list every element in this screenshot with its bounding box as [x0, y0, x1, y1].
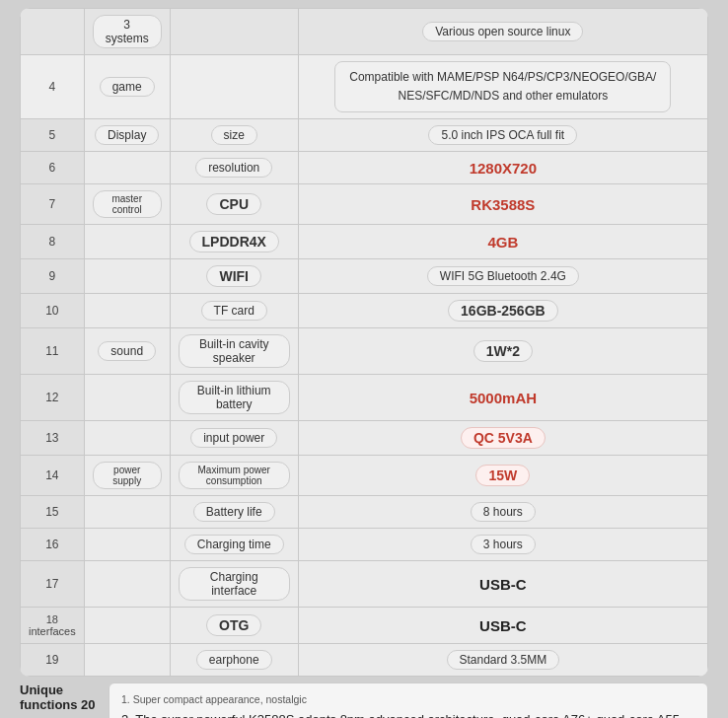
row-sub: Charging time: [170, 529, 298, 561]
row-sub: Charging interface: [170, 561, 298, 608]
row-val: USB-C: [298, 561, 707, 608]
subcategory-badge: CPU: [206, 193, 261, 215]
table-row: 17 Charging interface USB-C: [21, 561, 708, 608]
row-sub: [170, 9, 298, 55]
row-sub: LPDDR4X: [170, 225, 298, 259]
row-cat: [84, 294, 170, 328]
value-badge: Standard 3.5MM: [447, 650, 560, 670]
category-badge: Display: [95, 125, 159, 145]
row-val: RK3588S: [298, 184, 707, 225]
table-row: 6 resolution 1280X720: [21, 152, 708, 184]
row-cat: 3 systems: [84, 9, 170, 55]
row-num: 11: [21, 328, 85, 375]
subcategory-badge: earphone: [196, 650, 272, 670]
row-val: 15W: [298, 456, 707, 496]
row-num: 5: [21, 119, 85, 152]
row-val: 3 hours: [298, 529, 707, 561]
row-val: Various open source linux: [298, 9, 707, 55]
value-badge: 5.0 inch IPS OCA full fit: [428, 125, 577, 145]
category-badge: sound: [98, 341, 156, 361]
row-num: 13: [21, 421, 85, 456]
category-badge: power supply: [93, 462, 162, 489]
row-cat: [84, 225, 170, 259]
value-badge: 3 hours: [471, 535, 536, 554]
table-row: 12 Built-in lithium battery 5000mAH: [21, 375, 708, 421]
row-num: [21, 9, 85, 55]
subcategory-badge: input power: [190, 428, 277, 448]
note-line-2: 2. The super powerful K3588S adopts 8nm …: [121, 709, 695, 718]
row-cat: [84, 644, 170, 677]
row-num: 8: [21, 225, 85, 259]
subcategory-badge: size: [211, 125, 257, 145]
table-row: 7 master control CPU RK3588S: [21, 184, 708, 225]
table-row: 18 interfaces OTG USB-C: [21, 608, 708, 644]
row-val: WIFI 5G Bluetooth 2.4G: [298, 259, 707, 294]
table-row: 4 game Compatible with MAME/PSP N64/PS/C…: [21, 55, 708, 119]
row-num: 10: [21, 294, 85, 328]
value-text: 4GB: [487, 234, 518, 251]
table-row: 14 power supply Maximum power consumptio…: [21, 456, 708, 496]
subcategory-badge: OTG: [206, 614, 261, 636]
row-num: 16: [21, 529, 85, 561]
subcategory-badge: Charging time: [184, 535, 284, 554]
table-row: 13 input power QC 5V3A: [21, 421, 708, 456]
row-cat: [84, 152, 170, 184]
row-num: 15: [21, 496, 85, 529]
table-row: 19 earphone Standard 3.5MM: [21, 644, 708, 677]
row-sub: input power: [170, 421, 298, 456]
row-val: Compatible with MAME/PSP N64/PS/CP3/NEOG…: [298, 55, 707, 119]
row-cat: power supply: [84, 456, 170, 496]
subcategory-badge: Maximum power consumption: [179, 462, 290, 489]
row-val: 5000mAH: [298, 375, 707, 421]
row-cat: [84, 421, 170, 456]
subcategory-badge: Built-in cavity speaker: [179, 334, 290, 368]
row-cat: [84, 496, 170, 529]
row-val: Standard 3.5MM: [298, 644, 707, 677]
row-cat: [84, 529, 170, 561]
table-row: 9 WIFI WIFI 5G Bluetooth 2.4G: [21, 259, 708, 294]
value-text: 1280X720: [470, 160, 537, 177]
value-text: USB-C: [479, 617, 527, 634]
row-num: 4: [21, 55, 85, 119]
row-val: QC 5V3A: [298, 421, 707, 456]
row-val: 16GB-256GB: [298, 294, 707, 328]
row-num: 19: [21, 644, 85, 677]
table-row: 15 Battery life 8 hours: [21, 496, 708, 529]
subcategory-badge: Charging interface: [179, 567, 290, 601]
table-row: 3 systems Various open source linux: [21, 9, 708, 55]
row-cat: [84, 561, 170, 608]
row-cat: Display: [84, 119, 170, 152]
table-row: 11 sound Built-in cavity speaker 1W*2: [21, 328, 708, 375]
value-badge: 8 hours: [471, 502, 536, 522]
row-num: 14: [21, 456, 85, 496]
unique-functions-section: Uniquefunctions 20 1. Super compact appe…: [20, 679, 708, 718]
row-sub: Battery life: [170, 496, 298, 529]
row-sub: Built-in cavity speaker: [170, 328, 298, 375]
row-num: 17: [21, 561, 85, 608]
value-badge: Compatible with MAME/PSP N64/PS/CP3/NEOG…: [334, 61, 671, 112]
subcategory-badge: WIFI: [206, 265, 261, 287]
row-sub: size: [170, 119, 298, 152]
value-text: RK3588S: [471, 196, 535, 213]
category-badge: game: [100, 77, 155, 97]
note-line-1: 1. Super compact appearance, nostalgic: [121, 691, 695, 709]
table-row: 16 Charging time 3 hours: [21, 529, 708, 561]
row-num: 12: [21, 375, 85, 421]
row-sub: CPU: [170, 184, 298, 225]
row-sub: Maximum power consumption: [170, 456, 298, 496]
row-val: 1W*2: [298, 328, 707, 375]
category-badge: 3 systems: [93, 15, 162, 48]
subcategory-badge: Built-in lithium battery: [179, 381, 290, 414]
value-text: 5000mAH: [470, 390, 537, 406]
row-val: 4GB: [298, 225, 707, 259]
value-badge: 16GB-256GB: [448, 300, 558, 322]
value-badge: 1W*2: [473, 340, 533, 362]
row-cat: [84, 259, 170, 294]
notes-section: 1. Super compact appearance, nostalgic 2…: [109, 682, 708, 718]
row-cat: game: [84, 55, 170, 119]
table-row: 5 Display size 5.0 inch IPS OCA full fit: [21, 119, 708, 152]
row-cat: sound: [84, 328, 170, 375]
row-cat: [84, 608, 170, 644]
table-row: 10 TF card 16GB-256GB: [21, 294, 708, 328]
row-cat: [84, 375, 170, 421]
